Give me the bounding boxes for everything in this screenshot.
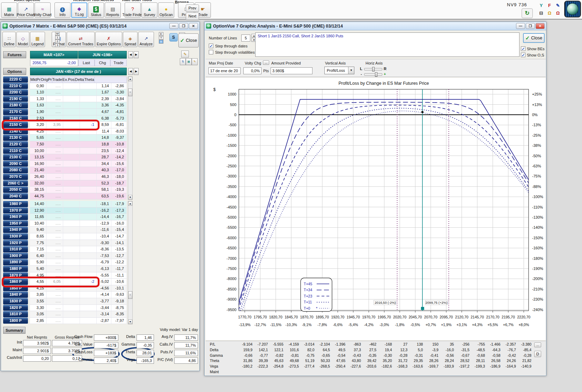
trade-cell[interactable] (63, 259, 80, 265)
strike-label[interactable]: 1870 P (3, 272, 28, 279)
expos-cell[interactable] (80, 246, 97, 252)
maximize-button[interactable]: ❐ (526, 23, 535, 29)
origpr-cell[interactable]: ..... (46, 135, 63, 141)
mktpr-cell[interactable]: 1,90 (30, 109, 46, 115)
trade-cell[interactable] (63, 233, 80, 240)
next-button[interactable]: Next (186, 13, 199, 20)
mktpr-cell[interactable]: 32,00 (30, 180, 46, 187)
option-row[interactable]: 8,65 ..... -10,4 -14,7 (30, 233, 127, 240)
strike-label[interactable]: 1940 P (3, 227, 28, 233)
strike-label[interactable]: 1960 P (3, 214, 28, 220)
origpr-cell[interactable]: ..... (46, 259, 63, 265)
expos-cell[interactable] (80, 259, 97, 265)
trade-cell[interactable] (63, 285, 80, 292)
option-row[interactable]: 4,25 ..... 11,4 -8,03 (30, 128, 127, 135)
volty-chg-input[interactable]: 0,0% (243, 67, 261, 74)
mktpr-cell[interactable]: 2,85 (30, 318, 46, 324)
strike-label[interactable]: 2150 C (3, 122, 28, 128)
expire-options-button[interactable]: ✗Expire Options (95, 32, 122, 47)
column-header[interactable]: Ex.Pos (62, 77, 75, 83)
option-row[interactable]: 7,15 ..... -8,36 -13,5 (30, 246, 127, 253)
mktpr-cell[interactable]: 3,20 (30, 122, 46, 128)
vertical-axis-select[interactable]: ▼ Profit/Loss (324, 67, 354, 74)
grid-icon[interactable]: ▦ (186, 58, 192, 65)
expos-cell[interactable] (80, 174, 97, 180)
stack-button-3[interactable]: 3 (55, 43, 60, 47)
trade-cell[interactable] (63, 201, 80, 207)
mktpr-cell[interactable]: 7,75 (30, 240, 46, 246)
option-row[interactable]: 38,15 ..... 58,1 -19,3 (30, 187, 127, 193)
expos-cell[interactable] (80, 154, 97, 160)
graph-close-button[interactable]: ✓ Close (523, 33, 545, 43)
expos-cell[interactable] (80, 272, 97, 279)
matrix-close-button[interactable]: ✓ Close (178, 33, 199, 47)
trade-cell[interactable] (63, 135, 80, 141)
trade-cell[interactable] (63, 266, 80, 272)
trade-cell[interactable] (63, 279, 80, 285)
price-chart-button[interactable]: ↗Price Chart (18, 2, 34, 18)
origpr-cell[interactable]: ..... (46, 115, 63, 122)
option-row[interactable]: 3,30 ..... -3,44 -8,75 (30, 305, 127, 311)
trade-cell[interactable] (63, 122, 80, 128)
option-row[interactable]: 2,53 ..... 6,38 -5,73 (30, 115, 127, 122)
futures-scroll-left-icon[interactable]: ◀ (128, 51, 133, 58)
trade-cell[interactable] (63, 240, 80, 246)
expos-cell[interactable] (80, 187, 97, 193)
expos-cell[interactable] (80, 311, 97, 317)
mktpr-cell[interactable]: 21,40 (30, 167, 46, 173)
mktpr-cell[interactable]: 5,65 (30, 135, 46, 141)
trade-cell[interactable] (63, 187, 80, 193)
strike-label[interactable]: 1830 P (3, 298, 28, 304)
expos-cell[interactable] (80, 240, 97, 246)
origpr-cell[interactable]: ..... (46, 102, 63, 108)
legend-button[interactable]: ▦Legend (30, 32, 45, 47)
edit-icon[interactable]: ✎ (192, 58, 198, 65)
mktpr-cell[interactable]: 4,15 (30, 285, 46, 292)
show-bes-checkbox[interactable]: ✓ (521, 46, 525, 51)
mktpr-cell[interactable]: 9,40 (30, 227, 46, 233)
scroll-thumb[interactable]: ≡ (128, 89, 132, 96)
origpr-cell[interactable]: ..... (46, 220, 63, 227)
strike-label[interactable]: 2220 C (3, 76, 28, 83)
origpr-cell[interactable]: ..... (46, 233, 63, 240)
mktpr-cell[interactable]: 26,40 (30, 174, 46, 180)
option-row[interactable]: 1,63 ..... 3,36 -4,35 (30, 102, 127, 109)
options-scroll-right-icon[interactable]: ▶ (134, 68, 139, 75)
strike-label[interactable]: 1840 P (3, 292, 28, 298)
futures-tab-mar[interactable]: MAR <107> (30, 51, 78, 59)
chart-pencil-icon[interactable]: ✎ (181, 51, 189, 58)
futures-tab-jun[interactable]: JUN <198> (78, 51, 127, 59)
bell-icon[interactable]: Ω (546, 10, 553, 17)
mktpr-cell[interactable]: 8,65 (30, 233, 46, 240)
stack-button-2[interactable]: 2 (55, 39, 60, 43)
scroll-down-icon[interactable]: ▼ (128, 195, 132, 199)
trade-cell[interactable] (63, 141, 80, 148)
mktpr-cell[interactable]: 1,63 (30, 102, 46, 108)
amount-provided-input[interactable]: 3.980$ (271, 67, 312, 74)
option-row[interactable]: 7,50 ..... 18,8 -10,8 (30, 141, 127, 148)
option-row[interactable]: 21,40 ..... 40,3 -17,0 (30, 167, 127, 174)
mktpr-cell[interactable]: 6,40 (30, 253, 46, 259)
prev-button[interactable]: Prev (186, 5, 199, 12)
strike-label[interactable]: 2050 C (3, 187, 28, 193)
stack-button-b[interactable]: B (159, 40, 163, 44)
strike-label[interactable]: 1890 P (3, 259, 28, 265)
alarm-icon[interactable]: Ω (554, 10, 561, 17)
zoom-plus-label[interactable]: + (384, 72, 386, 76)
trade-cell[interactable] (63, 167, 80, 173)
zoom-minus-label[interactable]: - (361, 72, 362, 76)
expos-cell[interactable] (80, 318, 97, 324)
strike-label[interactable]: 1860 P (3, 279, 28, 285)
origpr-cell[interactable]: ..... (46, 148, 63, 154)
matrix-button[interactable]: ▦Matrix (1, 2, 17, 18)
expos-cell[interactable] (80, 292, 97, 298)
origpr-cell[interactable]: ..... (46, 128, 63, 135)
futures-quote-cell[interactable]: 2056,75 -2,00 (30, 59, 78, 66)
options-scroll-left-icon[interactable]: ◀ (128, 68, 133, 75)
analyze-button[interactable]: ↗Analyze (138, 32, 154, 47)
origpr-cell[interactable]: 6,05 (46, 279, 63, 285)
expos-cell[interactable] (80, 266, 97, 272)
strike-label[interactable]: 1820 P (3, 305, 28, 311)
origpr-cell[interactable]: ..... (46, 89, 63, 96)
close-window-button[interactable]: ✕ (189, 23, 198, 29)
